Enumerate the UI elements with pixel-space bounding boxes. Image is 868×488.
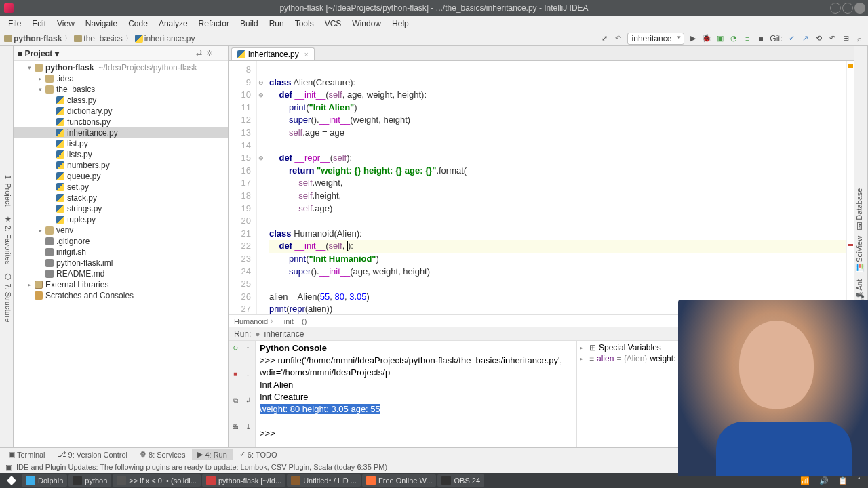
taskbar-app[interactable]: OBS 24: [437, 474, 484, 487]
tree-item[interactable]: class.py: [14, 95, 228, 106]
tree-item[interactable]: set.py: [14, 182, 228, 192]
vcs-commit-icon[interactable]: ↗: [800, 34, 810, 43]
project-select-icon[interactable]: ⇄: [196, 49, 202, 58]
tree-item[interactable]: ▸.idea: [14, 73, 228, 84]
tree-item[interactable]: tuple.py: [14, 214, 228, 225]
vcs-update-icon[interactable]: ✓: [787, 34, 796, 43]
tree-item[interactable]: stack.py: [14, 192, 228, 203]
wrap-icon[interactable]: ↲: [243, 395, 254, 406]
tree-item[interactable]: README.md: [14, 268, 228, 279]
tree-item[interactable]: python-flask.iml: [14, 258, 228, 268]
build-icon[interactable]: ⤢: [600, 34, 610, 43]
taskbar-app[interactable]: python: [68, 474, 111, 487]
navigation-bar: python-flask〉the_basics〉inheritance.py ⤢…: [0, 31, 868, 46]
taskbar-app[interactable]: Free Online W...: [362, 474, 436, 487]
breadcrumb-item[interactable]: the_basics: [74, 34, 122, 43]
tree-item[interactable]: .gitignore: [14, 236, 228, 247]
rerun-icon[interactable]: ↻: [230, 342, 241, 353]
project-settings-icon[interactable]: ✲: [206, 49, 212, 58]
tree-item[interactable]: strings.py: [14, 203, 228, 214]
window-titlebar: python-flask [~/IdeaProjects/python-flas…: [0, 0, 868, 16]
bottom-tab[interactable]: ▣ Terminal: [3, 449, 51, 460]
coverage-button[interactable]: ▣: [715, 34, 725, 43]
tree-item[interactable]: numbers.py: [14, 160, 228, 171]
console-line-selected: weight: 80 height: 3.05 age: 55: [260, 404, 380, 414]
scroll-icon[interactable]: ⤓: [243, 421, 254, 432]
profile-button[interactable]: ◔: [729, 34, 738, 43]
menu-code[interactable]: Code: [123, 18, 153, 30]
menu-view[interactable]: View: [52, 18, 80, 30]
menu-help[interactable]: Help: [387, 18, 414, 30]
project-hide-icon[interactable]: —: [216, 49, 224, 58]
menu-refactor[interactable]: Refactor: [193, 18, 235, 30]
taskbar-app[interactable]: Untitled* / HD ...: [287, 474, 361, 487]
left-tool-stripe[interactable]: 1: Project ★ 2: Favorites ⬡ 7: Structure: [0, 46, 14, 447]
bottom-tab[interactable]: ✓ 6: TODO: [234, 449, 283, 460]
tree-item[interactable]: list.py: [14, 138, 228, 149]
minimize-button[interactable]: [830, 3, 841, 14]
menu-edit[interactable]: Edit: [26, 18, 52, 30]
run-config-dropdown[interactable]: inheritance: [627, 33, 685, 45]
close-tab-icon[interactable]: ×: [304, 51, 309, 58]
menu-vcs[interactable]: VCS: [319, 18, 347, 30]
tree-item[interactable]: queue.py: [14, 171, 228, 182]
close-button[interactable]: [854, 3, 865, 14]
gutter-marks[interactable]: ⊖⊖⊖: [257, 61, 265, 314]
main-menu: FileEditViewNavigateCodeAnalyzeRefactorB…: [0, 16, 868, 31]
run-up-icon[interactable]: ↑: [243, 342, 254, 353]
menu-run[interactable]: Run: [264, 18, 290, 30]
vcs-revert-icon[interactable]: ↶: [827, 34, 837, 43]
console-output[interactable]: Python Console >>> runfile('/home/mmni/I…: [256, 341, 576, 447]
tree-item[interactable]: functions.py: [14, 117, 228, 127]
vcs-history-icon[interactable]: ⟲: [814, 34, 823, 43]
webcam-overlay: [678, 300, 868, 476]
taskbar-app[interactable]: python-flask [~/Id...: [202, 474, 285, 487]
code-editor[interactable]: 89101112131415161718192021222324252627 ⊖…: [229, 61, 854, 314]
menu-file[interactable]: File: [3, 18, 26, 30]
error-stripe[interactable]: [846, 61, 854, 314]
tree-root[interactable]: ▾ python-flask ~/IdeaProjects/python-fla…: [14, 62, 228, 73]
bottom-tab[interactable]: ▶ 4: Run: [192, 449, 232, 460]
editor-tab[interactable]: inheritance.py ×: [231, 47, 315, 60]
settings-icon[interactable]: ⊞: [841, 34, 850, 43]
maximize-button[interactable]: [842, 3, 853, 14]
stop-button[interactable]: ■: [756, 34, 766, 43]
tree-item[interactable]: dictionary.py: [14, 106, 228, 117]
tree-item[interactable]: inheritance.py: [14, 127, 228, 138]
attach-icon[interactable]: ⧉: [230, 395, 241, 406]
print-icon[interactable]: 🖶: [230, 421, 241, 432]
tree-item[interactable]: lists.py: [14, 149, 228, 160]
console-prompt[interactable]: >>>: [260, 428, 572, 440]
code-content[interactable]: class Alien(Creature): def __init__(self…: [265, 61, 854, 314]
concurrency-button[interactable]: ≡: [743, 34, 752, 43]
tree-item[interactable]: ▾the_basics: [14, 84, 228, 95]
menu-window[interactable]: Window: [347, 18, 387, 30]
tray-network-icon[interactable]: 📶: [796, 474, 814, 487]
breadcrumb-item[interactable]: python-flask: [4, 34, 62, 43]
tree-item[interactable]: initgit.sh: [14, 247, 228, 258]
debug-button[interactable]: 🐞: [702, 34, 711, 43]
bottom-tab[interactable]: ⚙ 8: Services: [134, 449, 191, 460]
tree-item[interactable]: ▸venv: [14, 225, 228, 236]
tray-chevron-icon[interactable]: ˄: [853, 474, 865, 487]
menu-build[interactable]: Build: [235, 18, 264, 30]
line-gutter[interactable]: 89101112131415161718192021222324252627: [229, 61, 257, 314]
tree-scratches[interactable]: Scratches and Consoles: [14, 290, 228, 301]
menu-analyze[interactable]: Analyze: [153, 18, 193, 30]
menu-tools[interactable]: Tools: [290, 18, 319, 30]
menu-navigate[interactable]: Navigate: [80, 18, 123, 30]
run-down-icon[interactable]: ↓: [243, 369, 254, 380]
kde-menu-icon[interactable]: [3, 474, 20, 487]
taskbar-app[interactable]: >> if x < 0: • (solidi...: [113, 474, 201, 487]
taskbar-app[interactable]: Dolphin: [22, 474, 67, 487]
project-tree[interactable]: ▾ python-flask ~/IdeaProjects/python-fla…: [14, 61, 228, 447]
nav-back-icon[interactable]: ↶: [614, 34, 623, 43]
breadcrumb-item[interactable]: inheritance.py: [135, 34, 195, 43]
run-stop-icon[interactable]: ■: [230, 369, 241, 380]
search-icon[interactable]: ⌕: [854, 34, 864, 43]
tray-volume-icon[interactable]: 🔊: [815, 474, 833, 487]
tray-clipboard-icon[interactable]: 📋: [834, 474, 852, 487]
bottom-tab[interactable]: ⎇ 9: Version Control: [52, 449, 133, 460]
run-button[interactable]: ▶: [688, 34, 698, 43]
tree-external-libraries[interactable]: ▸External Libraries: [14, 279, 228, 290]
